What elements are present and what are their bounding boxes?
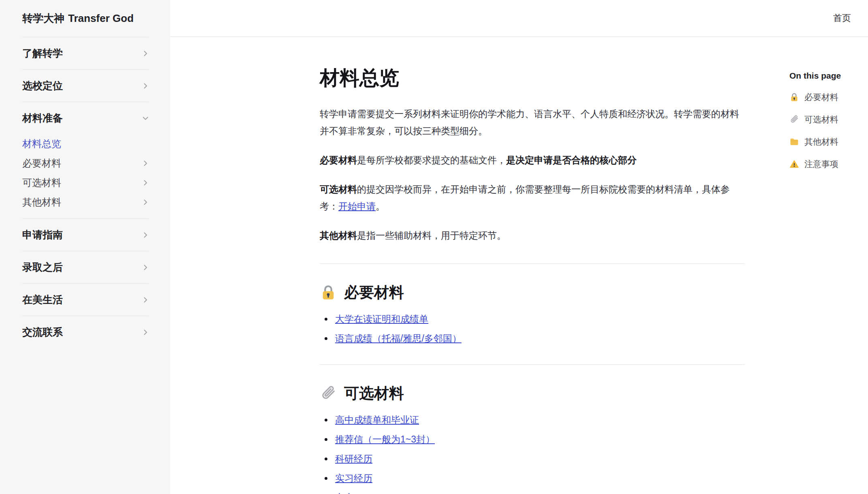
home-link[interactable]: 首页 [833, 12, 851, 24]
toc-item-其他材料[interactable]: 其他材料 [789, 136, 862, 148]
content-link[interactable]: 推荐信（一般为1~3封） [335, 434, 435, 445]
folder-icon [789, 137, 799, 147]
section-divider [320, 263, 745, 264]
section-title: 必要材料 [344, 283, 404, 302]
site-logo[interactable]: 转学大神 Transfer God [0, 0, 170, 37]
sidebar: 转学大神 Transfer God 了解转学选校定位材料准备材料总览必要材料可选… [0, 0, 170, 494]
toc-items: 必要材料可选材料其他材料注意事项 [789, 92, 862, 170]
section-link-list: 高中成绩单和毕业证推荐信（一般为1~3封）科研经历实习经历竞赛 [320, 413, 745, 494]
content-link[interactable]: 科研经历 [335, 453, 372, 464]
list-item: 大学在读证明和成绩单 [320, 312, 745, 325]
content-link[interactable]: 大学在读证明和成绩单 [335, 314, 428, 324]
paragraph: 必要材料是每所学校都要求提交的基础文件，是决定申请是否合格的核心部分 [320, 152, 745, 169]
chevron-right-icon [141, 328, 150, 337]
chevron-right-icon [141, 178, 150, 187]
sidebar-group-选校定位[interactable]: 选校定位 [0, 70, 170, 102]
paperclip-icon [789, 115, 799, 124]
text: 转学申请需要提交一系列材料来证明你的学术能力、语言水平、个人特质和经济状况。转学… [320, 109, 739, 136]
sidebar-group-材料准备[interactable]: 材料准备 [0, 102, 170, 134]
bold-text: 必要材料 [320, 155, 357, 165]
lock-icon [320, 284, 337, 301]
paragraph: 可选材料的提交因学校而异，在开始申请之前，你需要整理每一所目标院校需要的材料清单… [320, 181, 745, 215]
content-link[interactable]: 语言成绩（托福/雅思/多邻国） [335, 333, 462, 344]
content-link[interactable]: 实习经历 [335, 473, 372, 483]
inline-link[interactable]: 开始申请 [338, 201, 376, 212]
text: 。 [376, 201, 385, 212]
sidebar-group-label: 选校定位 [22, 79, 63, 92]
lock-icon [789, 92, 799, 102]
sidebar-group-label: 交流联系 [22, 325, 63, 339]
section-heading-必要材料: 必要材料 [320, 283, 745, 302]
toc-item-label: 其他材料 [804, 136, 838, 148]
list-item: 竞赛 [320, 491, 745, 494]
toc-title: On this page [789, 71, 862, 81]
chevron-right-icon [141, 263, 150, 272]
list-item: 高中成绩单和毕业证 [320, 413, 745, 426]
chevron-right-icon [141, 159, 150, 168]
content-sections: 必要材料大学在读证明和成绩单语言成绩（托福/雅思/多邻国）可选材料高中成绩单和毕… [320, 263, 745, 494]
list-item: 实习经历 [320, 472, 745, 485]
page: 转学大神 Transfer God 了解转学选校定位材料准备材料总览必要材料可选… [0, 0, 868, 494]
bold-text: 可选材料 [320, 184, 357, 195]
text: 是每所学校都要求提交的基础文件， [357, 155, 506, 165]
toc-item-label: 必要材料 [804, 92, 838, 103]
main-column: 首页 材料总览 转学申请需要提交一系列材料来证明你的学术能力、语言水平、个人特质… [170, 0, 868, 494]
sidebar-subitems: 材料总览必要材料可选材料其他材料 [0, 134, 170, 218]
section-title: 可选材料 [344, 384, 404, 403]
sidebar-item-必要材料[interactable]: 必要材料 [22, 154, 150, 173]
chevron-right-icon [141, 198, 150, 207]
content-link[interactable]: 竞赛 [335, 492, 354, 494]
toc-item-注意事项[interactable]: 注意事项 [789, 158, 862, 170]
sidebar-nav: 了解转学选校定位材料准备材料总览必要材料可选材料其他材料申请指南录取之后在美生活… [0, 37, 170, 348]
sidebar-item-其他材料[interactable]: 其他材料 [22, 192, 150, 212]
sidebar-group-在美生活[interactable]: 在美生活 [0, 284, 170, 316]
sidebar-item-label: 其他材料 [22, 196, 61, 209]
toc-item-可选材料[interactable]: 可选材料 [789, 114, 862, 125]
chevron-right-icon [141, 295, 150, 304]
sidebar-group-label: 在美生活 [22, 293, 63, 306]
paragraph: 其他材料是指一些辅助材料，用于特定环节。 [320, 227, 745, 244]
section-divider [320, 364, 745, 365]
bold-text: 是决定申请是否合格的核心部分 [506, 155, 637, 165]
toc-item-label: 注意事项 [804, 158, 838, 170]
section-link-list: 大学在读证明和成绩单语言成绩（托福/雅思/多邻国） [320, 312, 745, 345]
sidebar-group-label: 了解转学 [22, 47, 63, 60]
chevron-right-icon [141, 49, 150, 58]
site-logo-en: Transfer God [68, 12, 134, 25]
list-item: 推荐信（一般为1~3封） [320, 433, 745, 446]
sidebar-group-label: 申请指南 [22, 228, 63, 242]
sidebar-item-label: 可选材料 [22, 176, 61, 189]
list-item: 语言成绩（托福/雅思/多邻国） [320, 332, 745, 345]
text: 是指一些辅助材料，用于特定环节。 [357, 230, 506, 241]
sidebar-group-label: 材料准备 [22, 111, 63, 125]
intro-paragraphs: 转学申请需要提交一系列材料来证明你的学术能力、语言水平、个人特质和经济状况。转学… [320, 105, 745, 244]
sidebar-group-录取之后[interactable]: 录取之后 [0, 251, 170, 283]
top-bar: 首页 [170, 0, 868, 37]
paperclip-icon [320, 385, 337, 402]
on-this-page: On this page 必要材料可选材料其他材料注意事项 [789, 71, 862, 170]
sidebar-item-材料总览[interactable]: 材料总览 [22, 134, 150, 154]
article: 材料总览 转学申请需要提交一系列材料来证明你的学术能力、语言水平、个人特质和经济… [320, 37, 745, 494]
page-title: 材料总览 [320, 66, 745, 90]
toc-item-必要材料[interactable]: 必要材料 [789, 92, 862, 103]
chevron-right-icon [141, 231, 150, 240]
sidebar-item-可选材料[interactable]: 可选材料 [22, 173, 150, 192]
list-item: 科研经历 [320, 452, 745, 465]
chevron-down-icon [141, 114, 150, 123]
chevron-right-icon [141, 81, 150, 90]
sidebar-item-label: 必要材料 [22, 157, 61, 170]
toc-item-label: 可选材料 [804, 114, 838, 125]
section-heading-可选材料: 可选材料 [320, 384, 745, 403]
sidebar-item-label: 材料总览 [22, 137, 61, 150]
warning-icon [789, 159, 799, 169]
bold-text: 其他材料 [320, 230, 357, 241]
content-link[interactable]: 高中成绩单和毕业证 [335, 415, 419, 425]
sidebar-group-申请指南[interactable]: 申请指南 [0, 219, 170, 251]
sidebar-group-了解转学[interactable]: 了解转学 [0, 37, 170, 69]
sidebar-group-label: 录取之后 [22, 261, 63, 274]
paragraph: 转学申请需要提交一系列材料来证明你的学术能力、语言水平、个人特质和经济状况。转学… [320, 105, 745, 139]
site-logo-zh: 转学大神 [22, 11, 64, 26]
sidebar-group-交流联系[interactable]: 交流联系 [0, 316, 170, 348]
